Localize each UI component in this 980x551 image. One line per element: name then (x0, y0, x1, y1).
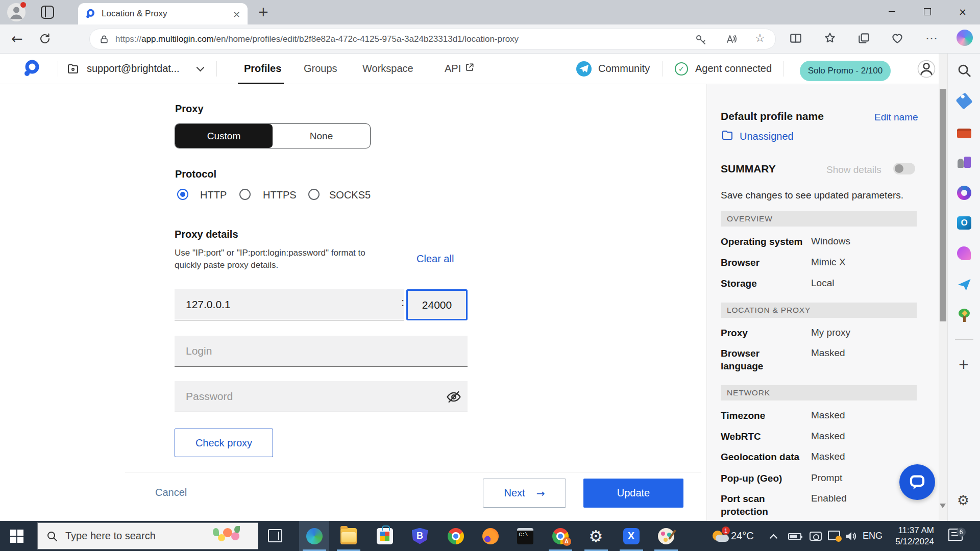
weather-icon[interactable]: 1 (710, 527, 730, 545)
collections-icon[interactable] (857, 32, 870, 45)
scrollbar-down-arrow[interactable] (940, 504, 946, 508)
clear-all-link[interactable]: Clear all (416, 253, 454, 265)
copilot-icon[interactable] (957, 30, 973, 46)
split-screen-icon[interactable] (789, 32, 802, 45)
show-details-toggle[interactable] (893, 163, 915, 174)
add-sidebar-item-icon[interactable]: + (958, 357, 969, 372)
login-input[interactable] (175, 336, 468, 366)
browser-profile-avatar[interactable] (7, 3, 26, 21)
tab-title: Location & Proxy (102, 9, 229, 19)
tab-groups[interactable]: Groups (304, 63, 337, 74)
read-aloud-icon[interactable] (725, 33, 738, 45)
tab-workspace[interactable]: Workspace (362, 63, 413, 74)
taskbar-file-explorer-icon[interactable] (333, 521, 363, 551)
tab-api[interactable]: API (445, 63, 461, 74)
favorite-star-icon[interactable]: ☆ (755, 32, 767, 44)
taskbar-shield-app-icon[interactable]: B (405, 521, 435, 551)
profile-notification-dot (20, 2, 26, 8)
update-button[interactable]: Update (583, 479, 683, 508)
live-chat-button[interactable] (899, 464, 935, 500)
battery-icon[interactable] (788, 533, 801, 540)
sidebar-settings-gear-icon[interactable]: ⚙ (957, 492, 969, 508)
telegram-icon[interactable] (576, 61, 592, 77)
next-button[interactable]: Next → (483, 479, 566, 508)
shopping-icon[interactable] (957, 93, 972, 108)
row-label: Geolocation data (721, 450, 805, 463)
browser-essentials-icon[interactable] (891, 32, 904, 45)
tools-icon[interactable] (957, 125, 972, 140)
taskbar-clock[interactable]: 11:37 AM 5/12/2024 (890, 525, 934, 547)
window-close-button[interactable]: × (948, 0, 977, 23)
temperature-label[interactable]: 24°C (731, 530, 754, 542)
tree-icon[interactable] (957, 308, 972, 323)
taskbar-chrome-icon[interactable] (440, 521, 471, 551)
proxy-none-option[interactable]: None (273, 124, 370, 148)
edit-name-link[interactable]: Edit name (874, 112, 918, 123)
microsoft-365-icon[interactable] (957, 185, 972, 201)
ip-input[interactable] (175, 289, 404, 320)
taskbar-edge-icon[interactable] (299, 521, 329, 551)
cancel-link[interactable]: Cancel (155, 487, 187, 498)
search-icon[interactable] (957, 63, 972, 78)
tray-chevron-up-icon[interactable] (770, 534, 778, 542)
outlook-icon[interactable]: O (957, 215, 972, 231)
meet-now-icon[interactable] (810, 532, 822, 541)
multilogin-logo[interactable] (22, 59, 41, 78)
account-email[interactable]: support@brightdat... (87, 63, 180, 74)
community-link[interactable]: Community (598, 63, 650, 74)
user-avatar-icon[interactable] (917, 60, 936, 78)
more-menu-icon[interactable]: ⋯ (925, 32, 938, 45)
port-field-focused[interactable] (406, 289, 468, 320)
agent-status: Agent connected (695, 63, 772, 74)
promo-badge[interactable]: Solo Promo - 2/100 (800, 61, 891, 81)
app-header: support@brightdat... Profiles Groups Wor… (0, 54, 939, 84)
drop-icon[interactable] (957, 277, 972, 292)
scrollbar-thumb[interactable] (940, 89, 946, 321)
back-button[interactable]: ← (11, 31, 23, 46)
login-field[interactable] (175, 336, 468, 367)
page-scrollbar[interactable] (939, 54, 947, 521)
window-minimize-button[interactable] (877, 0, 906, 23)
workspaces-icon[interactable] (41, 6, 54, 19)
taskbar-firefox-icon[interactable] (475, 521, 505, 551)
start-button[interactable] (10, 530, 23, 543)
new-tab-button[interactable]: + (258, 4, 269, 19)
check-proxy-button[interactable]: Check proxy (175, 429, 273, 457)
password-key-icon[interactable] (695, 33, 707, 45)
designer-icon[interactable] (957, 246, 972, 261)
folder-link[interactable]: Unassigned (740, 131, 794, 142)
password-input[interactable] (175, 381, 468, 412)
external-link-icon (464, 62, 475, 72)
taskbar-search-input[interactable] (65, 530, 183, 542)
radio-https[interactable] (239, 189, 251, 200)
language-indicator[interactable]: ENG (863, 531, 883, 541)
taskbar-chrome-profile-icon[interactable]: A (545, 521, 575, 551)
password-field[interactable] (175, 381, 468, 412)
favorites-bar-icon[interactable] (823, 32, 837, 45)
taskbar-terminal-icon[interactable]: C:\ (510, 521, 540, 551)
cast-icon[interactable] (828, 531, 840, 540)
volume-icon[interactable] (844, 530, 857, 542)
radio-https-label: HTTPS (263, 189, 297, 201)
radio-socks5[interactable] (308, 189, 320, 200)
eye-off-icon[interactable] (446, 389, 461, 405)
window-maximize-button[interactable] (913, 0, 942, 23)
games-icon[interactable] (957, 155, 972, 170)
taskbar-settings-icon[interactable]: ⚙ (581, 521, 611, 551)
taskbar-search[interactable] (37, 522, 258, 549)
port-input[interactable] (408, 291, 466, 319)
refresh-button[interactable] (39, 33, 51, 45)
taskbar-store-icon[interactable] (370, 521, 400, 551)
radio-http[interactable] (177, 189, 188, 200)
task-view-icon[interactable] (268, 529, 282, 542)
chevron-down-icon[interactable] (198, 65, 203, 70)
browser-tab[interactable]: Location & Proxy × (78, 3, 248, 24)
row-label: Browser (721, 256, 805, 269)
proxy-custom-option[interactable]: Custom (175, 124, 273, 148)
address-bar[interactable]: https://app.multilogin.com/en/home/profi… (89, 29, 776, 49)
taskbar-multilogin-x-icon[interactable]: X (616, 521, 646, 551)
tab-close-icon[interactable]: × (233, 9, 240, 19)
ip-field[interactable] (175, 289, 404, 320)
tab-profiles[interactable]: Profiles (244, 63, 281, 74)
taskbar-paint-icon[interactable] (651, 521, 681, 551)
